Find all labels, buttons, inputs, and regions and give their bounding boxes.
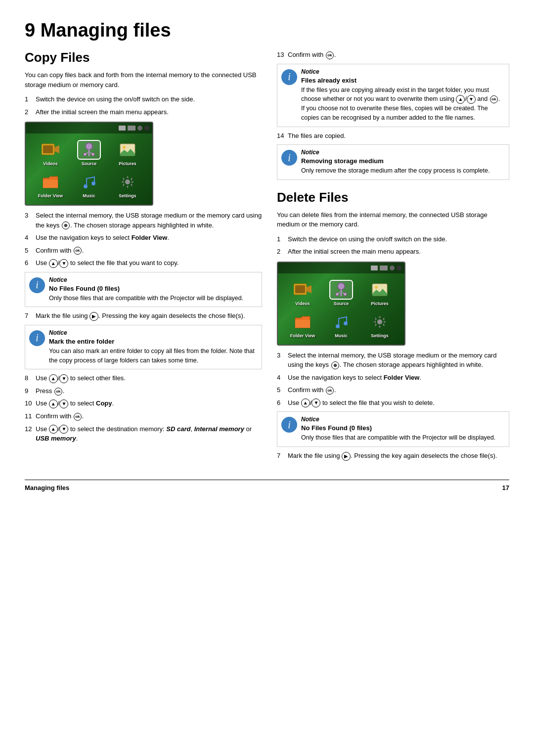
- menu-label-videos: Videos: [43, 161, 57, 166]
- menu-label-source2: Source: [334, 301, 349, 306]
- topbar-icon2: [128, 126, 135, 131]
- copy-step-11: 11 Confirm with ok.: [25, 411, 262, 421]
- down-icon: ▼: [59, 259, 68, 268]
- step-text: Select the internal memory, the USB stor…: [288, 351, 509, 370]
- svg-marker-2: [54, 145, 59, 153]
- notice-label: Notice: [301, 416, 504, 423]
- delete-files-intro: You can delete files from the internal m…: [277, 210, 509, 229]
- menu-icon-pictures: [116, 140, 139, 160]
- ok-icon: ⊕: [62, 222, 70, 229]
- menu-label-settings2: Settings: [371, 333, 389, 338]
- up-icon: ▲: [49, 400, 58, 408]
- copy-step-6: 6 Use ▲/▼ to select the file that you wa…: [25, 258, 262, 268]
- step-text: Use ▲/▼ to select the file that you wish…: [288, 398, 435, 408]
- step-number: 1: [277, 234, 285, 244]
- copy-files-title: Copy Files: [25, 50, 262, 65]
- menu-icon-source2: [329, 280, 353, 300]
- notice-no-files-delete-content: Notice No Files Found (0 files) Only tho…: [301, 416, 504, 443]
- copy-step-3: 3 Select the internal memory, the USB st…: [25, 211, 262, 230]
- step-number: 10: [25, 399, 33, 408]
- menu-icon-music2: [329, 312, 353, 332]
- down-icon: ▼: [59, 400, 68, 408]
- notice-mark-folder: i Notice Mark the entire folder You can …: [25, 325, 262, 370]
- step-text: Use ▲/▼ to select Copy.: [36, 399, 114, 408]
- notice-text: Only remove the storage medium after the…: [301, 166, 504, 176]
- svg-point-10: [123, 146, 126, 149]
- notice-removing-content: Notice Removing storage medium Only remo…: [301, 149, 504, 176]
- copy-step-4: 4 Use the navigation keys to select Fold…: [25, 233, 262, 243]
- svg-rect-16: [295, 285, 305, 293]
- step-number: 3: [25, 211, 33, 230]
- notice-text: Only those files that are compatible wit…: [49, 294, 257, 303]
- menu-icon-videos: [39, 140, 62, 160]
- down-icon: ▼: [312, 399, 320, 407]
- step-text: Mark the file using ▶. Pressing the key …: [288, 451, 497, 461]
- menu-item-folder-view2: Folder View: [285, 312, 320, 338]
- up-icon: ▲: [49, 259, 58, 268]
- copy-step-9: 9 Press ok.: [25, 386, 262, 396]
- svg-point-20: [336, 293, 339, 296]
- step-text: After the initial screen the main menu a…: [36, 107, 169, 117]
- svg-line-7: [87, 152, 88, 154]
- notice-title: Files already exist: [301, 77, 504, 84]
- ok-icon: ⊕: [331, 361, 339, 369]
- menu-label-videos2: Videos: [295, 301, 310, 306]
- menu-item-music2: Music: [323, 312, 359, 338]
- ok-button-icon: ok: [74, 247, 82, 255]
- menu-label-pictures: Pictures: [119, 161, 136, 166]
- notice-no-files-delete: i Notice No Files Found (0 files) Only t…: [277, 411, 509, 447]
- svg-point-3: [86, 143, 92, 150]
- up-icon: ▲: [49, 374, 58, 383]
- step-text: Use the navigation keys to select Folder…: [288, 373, 421, 383]
- menu-item-source2: Source: [323, 280, 359, 306]
- step-text: Use the navigation keys to select Folder…: [36, 233, 169, 243]
- footer: Managing files 17: [25, 480, 509, 494]
- delete-step-3: 3 Select the internal memory, the USB st…: [277, 351, 509, 370]
- delete-steps-3-6: 3 Select the internal memory, the USB st…: [277, 351, 509, 408]
- menu-icon-source: [77, 140, 101, 160]
- notice-label: Notice: [301, 149, 504, 156]
- copy-steps-8-13: 8 Use ▲/▼ to select other files. 9 Press…: [25, 373, 262, 443]
- info-icon: i: [29, 277, 45, 293]
- delete-steps-1-2: 1 Switch the device on using the on/off …: [277, 234, 509, 257]
- svg-marker-17: [307, 285, 312, 293]
- menu-grid: Videos Source Pictures: [26, 133, 152, 205]
- down-icon: ▼: [59, 425, 68, 434]
- step-number: 7: [277, 451, 285, 461]
- notice-title: No Files Found (0 files): [49, 285, 257, 292]
- topbar: [26, 123, 152, 133]
- svg-rect-26: [372, 294, 387, 296]
- menu-label-settings: Settings: [119, 193, 136, 198]
- ok-button-icon: ok: [490, 95, 498, 103]
- svg-point-29: [377, 319, 382, 324]
- step-number: 8: [25, 373, 33, 383]
- topbar-icon2: [380, 266, 388, 270]
- topbar-dot1: [137, 126, 142, 131]
- step-text: Confirm with ok.: [36, 246, 84, 256]
- svg-point-25: [375, 286, 378, 289]
- menu-item-folder-view: Folder View: [33, 172, 68, 198]
- delete-step-7: 7 Mark the file using ▶. Pressing the ke…: [277, 451, 509, 461]
- step-text: After the initial screen the main menu a…: [288, 247, 421, 257]
- topbar-dot2: [397, 266, 401, 270]
- menu-icon-videos2: [291, 280, 314, 300]
- up-icon: ▲: [456, 95, 465, 104]
- step-number: 5: [25, 246, 33, 256]
- copy-step-1: 1 Switch the device on using the on/off …: [25, 94, 262, 104]
- step-text: Mark the file using ▶. Pressing the key …: [36, 311, 245, 321]
- delete-step-6: 6 Use ▲/▼ to select the file that you wi…: [277, 398, 509, 408]
- copy-steps-3-6: 3 Select the internal memory, the USB st…: [25, 211, 262, 268]
- copy-step-7: 7 Mark the file using ▶. Pressing the ke…: [25, 311, 262, 321]
- info-icon: i: [281, 417, 297, 433]
- screenshot-copy: Videos Source Pictures: [25, 122, 153, 206]
- copy-step-12: 12 Use ▲/▼ to select the destination mem…: [25, 424, 262, 444]
- step-text: Confirm with ok.: [288, 50, 336, 60]
- step-text: The files are copied.: [288, 131, 346, 141]
- right-icon: ▶: [342, 452, 351, 461]
- ok-button-icon: ok: [74, 413, 82, 421]
- copy-step-2: 2 After the initial screen the main menu…: [25, 107, 262, 117]
- step-number: 12: [25, 424, 33, 444]
- step-text: Switch the device on using the on/off sw…: [36, 94, 195, 104]
- menu-label-folder-view: Folder View: [38, 193, 63, 198]
- step-number: 14: [277, 131, 285, 141]
